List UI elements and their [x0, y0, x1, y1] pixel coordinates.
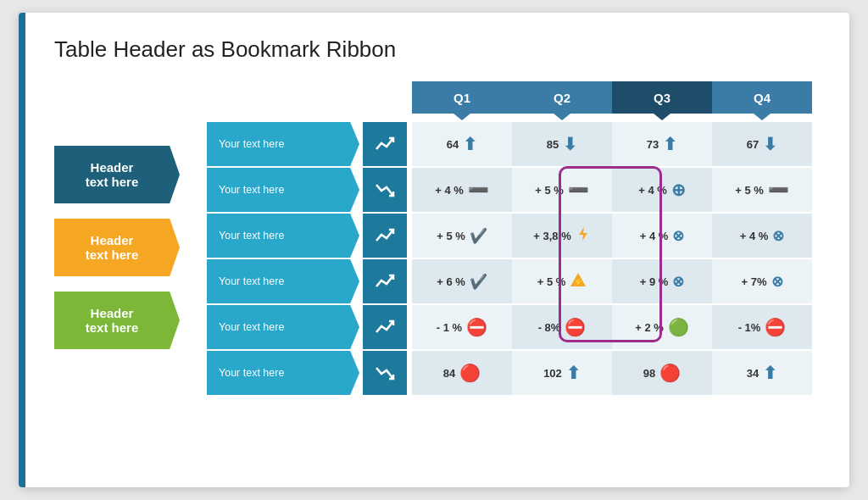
cell-2-3: + 4 % ⊕ [612, 168, 712, 212]
row-icon-4 [363, 259, 407, 303]
cell-4-3: + 9 % ⊗ [612, 259, 712, 303]
cell-6-4: 34 ⬆ [712, 351, 812, 395]
trend-up-icon [373, 224, 397, 247]
cell-2-4: + 5 % ➖ [712, 168, 812, 212]
slide-title: Table Header as Bookmark Ribbon [54, 36, 819, 63]
cell-3-1: + 5 % ✔️ [412, 214, 512, 258]
table-row: Your text here 84 🔴 [207, 351, 819, 395]
arrow-down-red-icon: 🔴 [659, 363, 681, 383]
bookmark-orange: Headertext here [54, 219, 180, 276]
svg-text:⚡: ⚡ [573, 276, 584, 287]
trend-down-icon [373, 178, 397, 202]
check-circle-icon: ✔️ [470, 227, 487, 245]
row-cells-1: 64 ⬆ 85 ⬇ 73 ⬆ 67 ⬇ [412, 122, 819, 166]
arrow-down-icon: ⬇ [563, 134, 577, 154]
minus-red-icon: ⛔ [466, 317, 487, 337]
col-header-q4: Q4 [712, 81, 812, 114]
bookmark-blue: Headertext here [54, 146, 180, 203]
cell-5-3: + 2 % 🟢 [612, 305, 712, 349]
cell-3-4: + 4 % ⊗ [712, 214, 812, 258]
col-header-q1: Q1 [412, 81, 512, 114]
arrow-up-icon: ⬆ [663, 134, 677, 154]
plus-circle-icon: ⊕ [671, 180, 686, 200]
row-label-1: Your text here [207, 122, 359, 166]
x-circle-icon: ⊗ [672, 273, 684, 291]
cell-4-4: + 7% ⊗ [712, 259, 812, 303]
bookmark-green: Headertext here [54, 292, 180, 349]
bolt-icon [576, 226, 591, 245]
col-header-q2: Q2 [512, 81, 612, 114]
bookmark-green-label: Headertext here [86, 306, 139, 335]
legend-item-2: Headertext here [54, 219, 180, 276]
bookmark-orange-label: Headertext here [86, 233, 139, 262]
col-header-q3: Q3 [612, 81, 712, 114]
cell-3-2: + 3,8 % [512, 214, 612, 258]
accent-bar [19, 13, 25, 487]
row-icon-1 [363, 122, 407, 166]
cell-3-3: + 4 % ⊗ [612, 214, 712, 258]
row-icon-5 [363, 305, 407, 349]
row-label-3: Your text here [207, 214, 359, 258]
arrow-up-blue-icon: ⬆ [763, 363, 777, 383]
bookmark-blue-label: Headertext here [86, 160, 139, 189]
cell-1-1: 64 ⬆ [412, 122, 512, 166]
minus-red-icon: ⛔ [565, 317, 586, 337]
slide: Table Header as Bookmark Ribbon Headerte… [19, 13, 849, 487]
trend-up-icon [373, 132, 397, 156]
column-headers: Q1 Q2 Q3 Q4 [412, 81, 819, 114]
row-icon-6 [363, 351, 407, 395]
row-cells-2: + 4 % ➖ + 5 % ➖ + 4 % ⊕ + 5 % [412, 168, 819, 212]
trend-down-icon [373, 361, 397, 385]
table-area: Q1 Q2 Q3 Q4 Your [207, 81, 819, 397]
table-row: Your text here 64 ⬆ [207, 122, 819, 166]
cell-4-2: + 5 % ⚡ [512, 259, 612, 303]
cell-6-2: 102 ⬆ [512, 351, 612, 395]
row-icon-3 [363, 214, 407, 258]
x-circle-icon: ⊗ [772, 227, 784, 245]
cell-4-1: + 6 % ✔️ [412, 259, 512, 303]
cell-5-1: - 1 % ⛔ [412, 305, 512, 349]
arrow-down-icon: ⬇ [763, 134, 777, 154]
check-circle-icon: ✔️ [470, 273, 487, 291]
cell-6-3: 98 🔴 [612, 351, 712, 395]
x-circle-icon: ⊗ [672, 227, 684, 245]
x-circle-icon: ⊗ [771, 273, 783, 291]
content-area: Headertext here Headertext here Headerte… [54, 81, 819, 397]
table-row: Your text here - 1 % ⛔ [207, 305, 819, 349]
row-label-4: Your text here [207, 259, 359, 303]
cell-2-1: + 4 % ➖ [412, 168, 512, 212]
arrow-up-blue-icon: ⬆ [566, 363, 581, 383]
cell-1-3: 73 ⬆ [612, 122, 712, 166]
minus-icon: ➖ [468, 180, 489, 200]
table-rows: Your text here 64 ⬆ [207, 122, 819, 397]
row-icon-2 [363, 168, 407, 212]
minus-red-icon: ⛔ [765, 317, 786, 337]
cell-5-4: - 1% ⛔ [712, 305, 812, 349]
legend-item-3: Headertext here [54, 292, 180, 349]
bolt-triangle-icon: ⚡ [570, 272, 587, 291]
cell-1-4: 67 ⬇ [712, 122, 812, 166]
row-cells-3: + 5 % ✔️ + 3,8 % + 4 % ⊗ [412, 214, 819, 258]
table-row: Your text here + 5 % ✔️ [207, 214, 819, 258]
legend-column: Headertext here Headertext here Headerte… [54, 81, 180, 397]
arrow-down-red-icon: 🔴 [459, 363, 481, 383]
table-row: Your text here + 4 % ➖ [207, 168, 819, 212]
trend-up-icon [373, 315, 397, 339]
minus-icon: ➖ [768, 180, 789, 200]
arrow-up-icon: ⬆ [463, 134, 477, 154]
row-label-6: Your text here [207, 351, 359, 395]
row-label-2: Your text here [207, 168, 359, 212]
table-row: Your text here + 6 % ✔️ [207, 259, 819, 303]
row-cells-6: 84 🔴 102 ⬆ 98 🔴 34 ⬆ [412, 351, 819, 395]
trend-up-icon [373, 269, 397, 293]
svg-marker-0 [579, 227, 587, 241]
row-cells-4: + 6 % ✔️ + 5 % ⚡ + 9 % ⊗ [412, 259, 819, 303]
legend-item-1: Headertext here [54, 146, 180, 203]
cell-2-2: + 5 % ➖ [512, 168, 612, 212]
cell-1-2: 85 ⬇ [512, 122, 612, 166]
row-label-5: Your text here [207, 305, 359, 349]
minus-icon: ➖ [568, 180, 589, 200]
cell-6-1: 84 🔴 [412, 351, 512, 395]
plus-green-icon: 🟢 [668, 317, 689, 337]
cell-5-2: - 8% ⛔ [512, 305, 612, 349]
